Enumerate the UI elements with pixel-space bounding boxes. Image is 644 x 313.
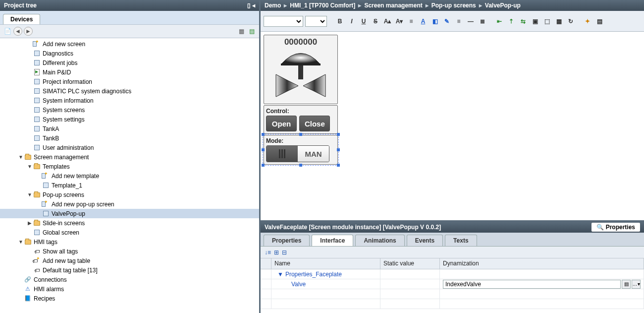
screen-canvas[interactable]: 0000000 (261, 32, 644, 220)
dyn-more-button[interactable]: …▾ (632, 280, 641, 289)
tree-node-label: Global screen (43, 229, 79, 236)
inspector-title-bar: ValveFaceplate [Screen module instance] … (261, 222, 644, 233)
line-color-button[interactable]: ✎ (442, 16, 452, 26)
order-back-button[interactable]: ⬚ (542, 16, 552, 26)
obj-align-top-button[interactable]: ⇡ (506, 16, 516, 26)
font-grow-button[interactable]: A▴ (382, 16, 392, 26)
col-name[interactable]: Name (271, 258, 380, 269)
inspector-tab-texts[interactable]: Texts (445, 235, 477, 246)
inspector-tab-properties[interactable]: Properties (264, 235, 310, 246)
align-left-button[interactable]: ≡ (406, 16, 416, 26)
breadcrumb-item[interactable]: Demo (265, 2, 281, 9)
tree-node[interactable]: Template_1 (0, 181, 259, 190)
tree-node[interactable]: 🔗Connections (0, 275, 259, 284)
italic-button[interactable]: I (347, 16, 357, 26)
tree-node[interactable]: Global screen (0, 228, 259, 237)
new-item-button[interactable]: 📄 (3, 27, 12, 36)
valve-id-text: 0000000 (266, 37, 335, 47)
tree-node[interactable]: ⚠HMI alarms (0, 284, 259, 294)
tree-node[interactable]: ▼Screen management (0, 152, 259, 162)
resize-handle-se[interactable] (337, 164, 340, 167)
pin-icon[interactable]: ▯ ◂ (247, 2, 255, 9)
fill-color-button[interactable]: ◧ (430, 16, 440, 26)
tree-node-label: System settings (43, 116, 85, 123)
tree-node-label: HMI alarms (34, 286, 64, 293)
tree-node[interactable]: TankA (0, 124, 259, 133)
sync-button[interactable]: ▤ (247, 27, 256, 36)
tree-node[interactable]: TankB (0, 133, 259, 143)
font-shrink-button[interactable]: A▾ (394, 16, 404, 26)
expand-icon[interactable]: ⊞ (274, 249, 279, 256)
tree-node[interactable]: ▶Slide-in screens (0, 218, 259, 228)
grid-row-group[interactable]: ▼ Properties_Faceplate (261, 269, 644, 279)
breadcrumb-sep: ▸ (426, 2, 429, 9)
tree-node[interactable]: 🏷Show all tags (0, 247, 259, 256)
font-color-button[interactable]: A (418, 16, 428, 26)
tree-node[interactable]: 🏷✦Add new tag table (0, 256, 259, 265)
close-button[interactable]: Close (299, 116, 330, 131)
font-select[interactable] (264, 16, 303, 27)
tree-node[interactable]: System screens (0, 105, 259, 115)
nav-back-button[interactable]: ◄ (13, 27, 22, 36)
collapse-icon[interactable]: ⊟ (282, 249, 287, 256)
resize-handle-s[interactable] (299, 164, 302, 167)
tree-node[interactable]: Diagnostics (0, 49, 259, 58)
strike-button[interactable]: S (371, 16, 380, 26)
nav-fwd-button[interactable]: ► (24, 27, 33, 36)
breadcrumb-item[interactable]: HMI_1 [TP700 Comfort] (290, 2, 355, 9)
grid-row-item[interactable]: Valve IndexedValve ▤ …▾ (261, 279, 644, 289)
tree-node[interactable]: System information (0, 96, 259, 105)
breadcrumb-item[interactable]: ValvePop-up (485, 2, 521, 9)
resize-handle-ne[interactable] (337, 133, 340, 136)
inspector-tab-interface[interactable]: Interface (312, 235, 353, 246)
inspector-tab-events[interactable]: Events (407, 235, 443, 246)
col-static[interactable]: Static value (380, 258, 440, 269)
tree-node[interactable]: User administration (0, 143, 259, 152)
open-button[interactable]: Open (266, 116, 297, 131)
project-tree[interactable]: ✦Add new screenDiagnosticsDifferent jobs… (0, 38, 259, 313)
tree-node[interactable]: ▼Pop-up screens (0, 190, 259, 199)
tree-node[interactable]: ▼Templates (0, 162, 259, 171)
tree-node[interactable]: ✦Add new screen (0, 39, 259, 49)
tree-node[interactable]: Different jobs (0, 58, 259, 67)
breadcrumb-item[interactable]: Screen management (364, 2, 422, 9)
rotate-button[interactable]: ↻ (566, 16, 576, 26)
tree-node[interactable]: SIMATIC PLC system diagnostics (0, 86, 259, 96)
bold-button[interactable]: B (335, 16, 345, 26)
resize-handle-w[interactable] (262, 148, 265, 151)
tree-node[interactable]: ValvePop-up (0, 209, 259, 218)
sort-icon[interactable]: ↓≡ (265, 249, 271, 256)
hline-button[interactable]: — (466, 16, 476, 26)
inspector-properties-tab[interactable]: 🔍 Properties (591, 223, 640, 232)
resize-handle-sw[interactable] (262, 164, 265, 167)
inspector-tab-animations[interactable]: Animations (355, 235, 404, 246)
obj-align-left-button[interactable]: ⇤ (494, 16, 504, 26)
underline-button[interactable]: U (359, 16, 369, 26)
col-dyn[interactable]: Dynamization (440, 258, 644, 269)
tree-node[interactable]: ✦Add new pop-up screen (0, 199, 259, 209)
tree-node[interactable]: 🏷Default tag table [13] (0, 265, 259, 275)
tree-node[interactable]: System settings (0, 115, 259, 124)
tree-node[interactable]: ✦Add new template (0, 171, 259, 181)
valve-faceplate[interactable]: 0000000 (264, 35, 338, 166)
layers-button[interactable]: ▤ (594, 16, 604, 26)
valign-button[interactable]: ≣ (478, 16, 487, 26)
resize-handle-e[interactable] (337, 148, 340, 151)
breadcrumb-item[interactable]: Pop-up screens (431, 2, 476, 9)
highlight-button[interactable]: ✦ (583, 16, 592, 26)
align-center-button[interactable]: ≡ (454, 16, 464, 26)
resize-handle-n[interactable] (299, 133, 302, 136)
tab-devices[interactable]: Devices (3, 14, 40, 24)
obj-dist-button[interactable]: ⇆ (518, 16, 528, 26)
grid-view-button[interactable]: ▦ (237, 27, 246, 36)
tree-node[interactable]: 📘Recipes (0, 294, 259, 303)
tree-node[interactable]: Main P&ID (0, 67, 259, 77)
dynamization-field[interactable]: IndexedValve (443, 280, 621, 289)
group-button[interactable]: ▣ (530, 16, 540, 26)
order-front-button[interactable]: ▦ (554, 16, 564, 26)
dyn-browse-button[interactable]: ▤ (622, 280, 631, 289)
resize-handle-nw[interactable] (262, 133, 265, 136)
tree-node[interactable]: Project information (0, 77, 259, 86)
size-select[interactable] (305, 16, 327, 27)
tree-node[interactable]: ▼HMI tags (0, 237, 259, 247)
